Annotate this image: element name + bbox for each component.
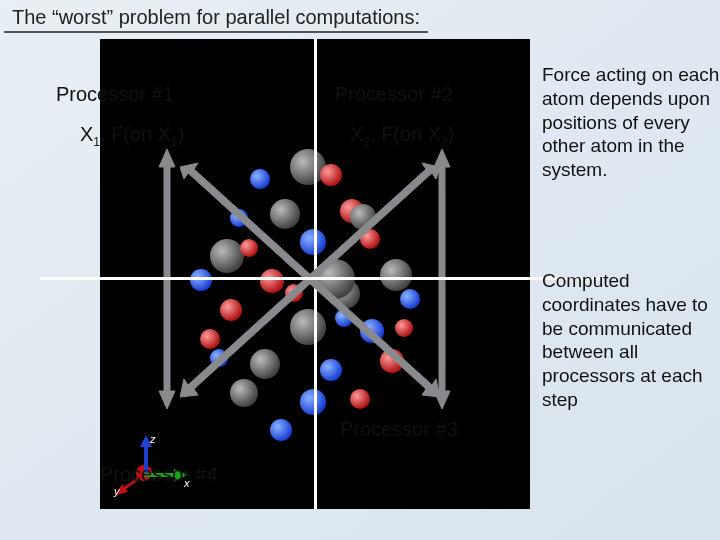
label-processor-2: Processor #2 bbox=[335, 83, 453, 106]
svg-text:z: z bbox=[149, 433, 156, 445]
horizontal-divider-ext bbox=[40, 277, 600, 280]
svg-marker-10 bbox=[180, 163, 440, 397]
slide-title: The “worst” problem for parallel computa… bbox=[4, 0, 428, 33]
simulation-box: x y z bbox=[100, 39, 530, 509]
paragraph-comm: Computed coordinates have to be communic… bbox=[542, 269, 720, 412]
diagram-stage: x y z Processor #1 Processor #2 Processo… bbox=[0, 33, 720, 533]
label-processor-3: Processor #3 bbox=[340, 418, 458, 441]
label-x2: X2, F(on X2) bbox=[350, 123, 455, 149]
label-processor-1: Processor #1 bbox=[56, 83, 174, 106]
label-x1: X1, F(on X1) bbox=[80, 123, 185, 149]
paragraph-force: Force acting on each atom depends upon p… bbox=[542, 63, 720, 182]
label-processor-4: Processor #4 bbox=[100, 463, 218, 486]
